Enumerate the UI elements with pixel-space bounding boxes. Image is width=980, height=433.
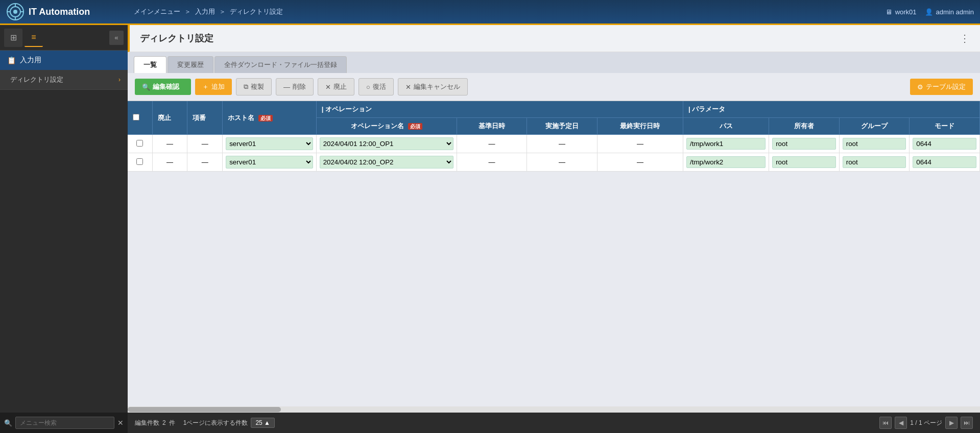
row2-opname[interactable]: 2024/04/02 12:00_OP2 [316, 153, 457, 172]
add-button[interactable]: ＋ 追加 [195, 79, 232, 95]
page-title: ディレクトリ設定 [140, 32, 213, 44]
col-lastexec-header: 最終実行日時 [597, 118, 683, 135]
row2-path[interactable] [683, 153, 769, 172]
row1-owner-input[interactable] [772, 138, 836, 150]
chevron-up-icon: ▲ [264, 419, 270, 426]
col-opname-header: オペレーション名 必須 [316, 118, 457, 135]
row2-owner-input[interactable] [772, 156, 836, 168]
row1-mode-input[interactable] [913, 138, 976, 150]
sidebar-list-btn[interactable]: ≡ [25, 29, 43, 47]
delete-button[interactable]: — 削除 [276, 78, 314, 95]
disable-button[interactable]: ✕ 廃止 [318, 78, 354, 95]
row1-group[interactable] [839, 135, 910, 153]
tab-download[interactable]: 全件ダウンロード・ファイル一括登録 [214, 56, 347, 73]
search-clear-button[interactable]: ✕ [117, 419, 124, 427]
gear-icon: ⚙ [917, 83, 923, 91]
footer: 編集件数 2 件 1ページに表示する件数 25 ▲ ⏮ ◀ 1 / 1 ページ … [128, 413, 980, 433]
table-settings-button[interactable]: ⚙ テーブル設定 [910, 79, 973, 95]
edit-confirm-button[interactable]: 🔍 編集確認 [135, 79, 191, 95]
col-itemno-header: 項番 [187, 101, 223, 135]
row2-hostname-select[interactable]: server01 [226, 156, 313, 169]
main-content: ディレクトリ設定 ⋮ 一覧 変更履歴 全件ダウンロード・ファイル一括登録 🔍 編… [128, 25, 980, 433]
breadcrumb: メインメニュー ＞ 入力用 ＞ ディレクトリ設定 [134, 7, 886, 16]
prev-page-button[interactable]: ◀ [895, 417, 907, 429]
tab-list[interactable]: 一覧 [134, 56, 166, 73]
page-menu-icon[interactable]: ⋮ [960, 32, 970, 44]
row2-checkbox[interactable] [136, 158, 143, 165]
user-icon: 👤 [925, 8, 933, 16]
row2-group[interactable] [839, 153, 910, 172]
workspace-name: work01 [895, 8, 917, 16]
plus-icon: ＋ [202, 82, 209, 91]
row1-checkbox-cell[interactable] [128, 135, 152, 153]
row1-owner[interactable] [769, 135, 840, 153]
breadcrumb-sep1: ＞ [184, 7, 191, 16]
row2-mode[interactable] [910, 153, 980, 172]
row1-scheddate: — [527, 135, 597, 153]
sidebar-collapse-btn[interactable]: « [109, 31, 124, 45]
copy-label: 複製 [251, 82, 264, 91]
sidebar-item-directory[interactable]: ディレクトリ設定 › [0, 70, 128, 90]
scrollbar-thumb[interactable] [128, 407, 281, 412]
row2-itemno: — [187, 153, 223, 172]
row1-hostname[interactable]: server01 [223, 135, 316, 153]
row1-path[interactable] [683, 135, 769, 153]
minus-icon: — [283, 83, 290, 91]
svg-point-2 [13, 10, 17, 14]
page-header: ディレクトリ設定 ⋮ [128, 25, 980, 52]
tabs: 一覧 変更履歴 全件ダウンロード・ファイル一括登録 [128, 52, 980, 73]
row2-scheddate: — [527, 153, 597, 172]
col-discard-header: 廃止 [152, 101, 187, 135]
header-right: 🖥 work01 👤 admin admin [886, 8, 974, 16]
row2-checkbox-cell[interactable] [128, 153, 152, 172]
layout: ⊞ ≡ « 📋 入力用 ディレクトリ設定 › 🔍 ✕ ディレクトリ設定 ⋮ 一覧… [0, 25, 980, 433]
edit-count-value: 2 [162, 419, 166, 426]
row1-discard: — [152, 135, 187, 153]
copy-button[interactable]: ⧉ 複製 [236, 78, 272, 95]
row2-path-input[interactable] [686, 156, 766, 168]
row2-opname-select[interactable]: 2024/04/02 12:00_OP2 [320, 156, 453, 169]
app-title: IT Automation [29, 7, 90, 17]
row1-mode[interactable] [910, 135, 980, 153]
row1-checkbox[interactable] [136, 140, 143, 147]
sidebar-section: 📋 入力用 [0, 51, 128, 70]
toolbar: 🔍 編集確認 ＋ 追加 ⧉ 複製 — 削除 ✕ 廃止 ○ 復活 [128, 73, 980, 101]
row1-group-input[interactable] [843, 138, 906, 150]
next-page-button[interactable]: ▶ [945, 417, 958, 429]
row1-opname[interactable]: 2024/04/01 12:00_OP1 [316, 135, 457, 153]
cancel-button[interactable]: ✕ 編集キャンセル [398, 78, 468, 95]
restore-button[interactable]: ○ 復活 [358, 78, 394, 95]
last-page-button[interactable]: ⏭ [961, 417, 973, 429]
per-page-select[interactable]: 25 ▲ [251, 418, 275, 428]
row2-mode-input[interactable] [913, 156, 976, 168]
edit-count-unit: 件 [169, 419, 175, 427]
tab-history[interactable]: 変更履歴 [168, 56, 213, 73]
search-input[interactable] [15, 417, 114, 429]
x-icon: ✕ [325, 83, 331, 91]
per-page-label: 1ページに表示する件数 [183, 419, 248, 427]
cancel-label: 編集キャンセル [414, 82, 460, 91]
chevron-right-icon: › [118, 76, 121, 83]
row2-hostname[interactable]: server01 [223, 153, 316, 172]
first-page-button[interactable]: ⏮ [879, 417, 892, 429]
table-area[interactable]: 廃止 項番 ホスト名 必須 オペレーション パラメータ [128, 101, 980, 406]
select-all-checkbox[interactable] [133, 114, 139, 121]
col-group-header: グループ [839, 118, 910, 135]
col-basedate-header: 基準日時 [457, 118, 527, 135]
sidebar-grid-btn[interactable]: ⊞ [4, 29, 22, 47]
per-page-value: 25 [255, 419, 262, 426]
delete-label: 削除 [293, 82, 306, 91]
edit-count-info: 編集件数 2 件 [135, 419, 175, 427]
row1-hostname-select[interactable]: server01 [226, 137, 313, 150]
col-path-header: パス [683, 118, 769, 135]
sidebar-section-icon: 📋 [7, 56, 16, 64]
opname-required-badge: 必須 [408, 123, 422, 130]
pagination: ⏮ ◀ 1 / 1 ページ ▶ ⏭ [879, 417, 973, 429]
row2-owner[interactable] [769, 153, 840, 172]
row2-group-input[interactable] [843, 156, 906, 168]
row1-path-input[interactable] [686, 138, 766, 150]
col-checkbox-header[interactable] [128, 101, 152, 135]
horizontal-scrollbar[interactable] [128, 406, 980, 413]
row1-opname-select[interactable]: 2024/04/01 12:00_OP1 [320, 137, 453, 150]
edit-confirm-label: 編集確認 [153, 82, 179, 91]
